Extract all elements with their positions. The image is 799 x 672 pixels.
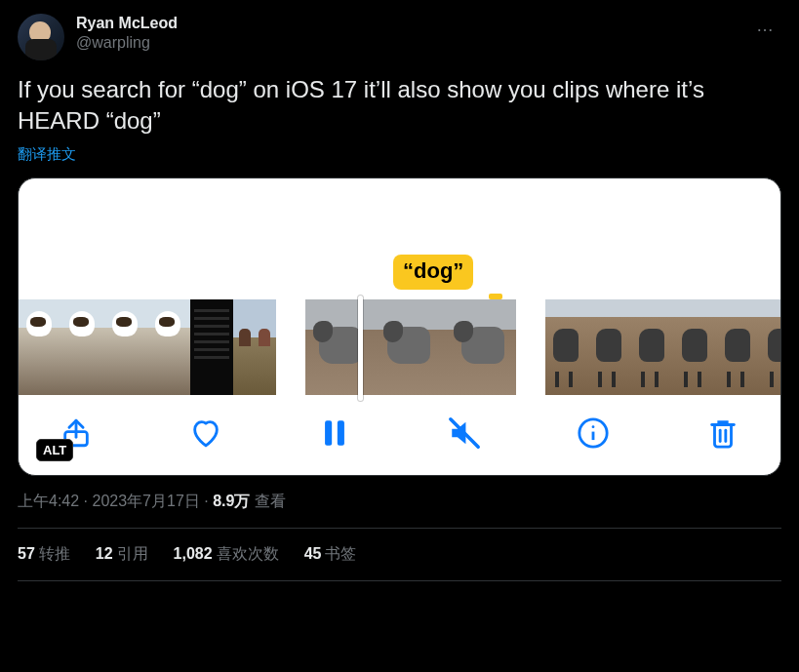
ellipsis-icon: … bbox=[756, 16, 776, 35]
stat-count: 12 bbox=[96, 545, 113, 562]
info-button[interactable] bbox=[577, 416, 610, 450]
tweet-header: Ryan McLeod @warpling bbox=[18, 14, 781, 60]
svg-rect-1 bbox=[325, 420, 332, 446]
views-label: 查看 bbox=[250, 493, 285, 509]
timeline-frame bbox=[631, 299, 674, 395]
clip-group-1 bbox=[19, 299, 276, 395]
author-handle: @warpling bbox=[76, 33, 178, 53]
more-options-button[interactable]: … bbox=[752, 12, 779, 40]
trash-icon bbox=[706, 416, 739, 450]
clip-gap bbox=[276, 299, 305, 395]
timeline-frame bbox=[717, 299, 760, 395]
embedded-media[interactable]: “dog” bbox=[18, 178, 781, 476]
tweet-container: Ryan McLeod @warpling … If you search fo… bbox=[0, 0, 799, 581]
likes-stat[interactable]: 1,082喜欢次数 bbox=[174, 544, 279, 565]
stat-label: 转推 bbox=[39, 545, 70, 562]
info-icon bbox=[577, 416, 610, 450]
avatar[interactable] bbox=[18, 14, 64, 60]
translate-link[interactable]: 翻译推文 bbox=[18, 145, 76, 164]
author-block[interactable]: Ryan McLeod @warpling bbox=[76, 14, 178, 53]
media-controls bbox=[19, 395, 780, 475]
video-timeline[interactable] bbox=[19, 299, 780, 395]
pause-icon bbox=[318, 416, 351, 450]
timeline-frame bbox=[588, 299, 631, 395]
pause-button[interactable] bbox=[318, 416, 351, 450]
tweet-meta[interactable]: 上午4:42 · 2023年7月17日 · 8.9万 查看 bbox=[18, 492, 781, 529]
timeline-frame bbox=[190, 299, 233, 395]
timeline-frame bbox=[305, 299, 376, 395]
quotes-stat[interactable]: 12引用 bbox=[96, 544, 148, 565]
clip-group-3 bbox=[545, 299, 781, 395]
clip-gap bbox=[516, 299, 545, 395]
bookmarks-stat[interactable]: 45书签 bbox=[304, 544, 357, 565]
timeline-frame bbox=[760, 299, 781, 395]
meta-sep: · bbox=[79, 493, 92, 509]
stat-count: 45 bbox=[304, 545, 322, 562]
timeline-frame bbox=[147, 299, 190, 395]
alt-badge[interactable]: ALT bbox=[36, 439, 73, 461]
tweet-stats: 57转推 12引用 1,082喜欢次数 45书签 bbox=[18, 529, 781, 581]
stat-label: 引用 bbox=[117, 545, 148, 562]
timeline-frame bbox=[61, 299, 104, 395]
timeline-playhead[interactable] bbox=[358, 296, 363, 401]
timeline-frame bbox=[19, 299, 61, 395]
mute-button[interactable] bbox=[448, 416, 481, 450]
timeline-frame bbox=[104, 299, 147, 395]
like-button[interactable] bbox=[189, 416, 222, 450]
retweets-stat[interactable]: 57转推 bbox=[18, 544, 70, 565]
meta-sep: · bbox=[200, 493, 213, 509]
stat-label: 书签 bbox=[325, 545, 356, 562]
search-keyword-bubble: “dog” bbox=[393, 255, 473, 290]
views-count: 8.9万 bbox=[213, 493, 250, 509]
stat-count: 57 bbox=[18, 545, 35, 562]
clip-group-2 bbox=[305, 299, 516, 395]
svg-rect-2 bbox=[338, 420, 344, 446]
tweet-date: 2023年7月17日 bbox=[92, 493, 199, 509]
heart-icon bbox=[189, 416, 222, 450]
author-name: Ryan McLeod bbox=[76, 14, 178, 33]
stat-label: 喜欢次数 bbox=[217, 545, 279, 562]
media-whitespace bbox=[19, 178, 780, 249]
delete-button[interactable] bbox=[706, 416, 739, 450]
timeline-frame bbox=[545, 299, 588, 395]
timeline-frame bbox=[674, 299, 717, 395]
timeline-frame bbox=[376, 299, 446, 395]
speaker-muted-icon bbox=[448, 416, 481, 450]
timeline-frame bbox=[233, 299, 276, 395]
tweet-text: If you search for “dog” on iOS 17 it’ll … bbox=[18, 74, 781, 138]
stat-count: 1,082 bbox=[174, 545, 213, 562]
svg-point-6 bbox=[592, 425, 595, 428]
tweet-time: 上午4:42 bbox=[18, 493, 79, 509]
timeline-frame bbox=[446, 299, 516, 395]
